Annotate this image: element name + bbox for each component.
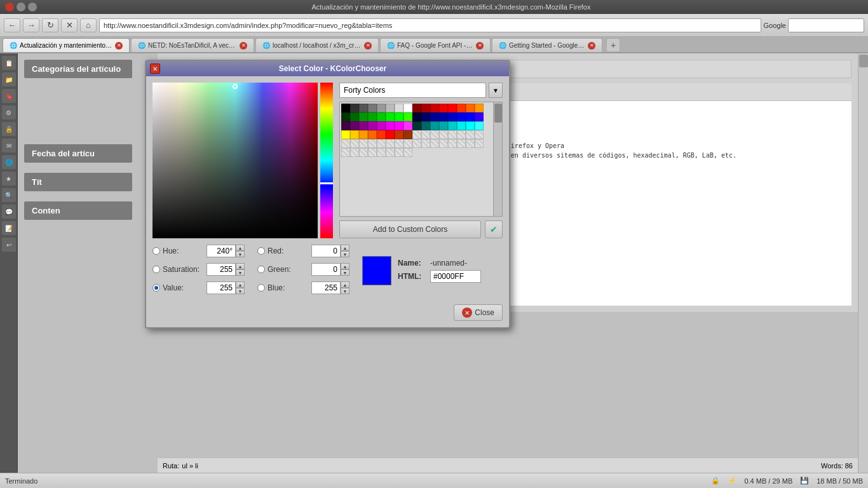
color-set-select[interactable]: Forty Colors Named Colors Web Colors Cus…	[339, 83, 486, 98]
swatch-empty[interactable]	[341, 148, 350, 157]
swatch-item[interactable]	[430, 112, 439, 121]
swatch-item[interactable]	[359, 104, 368, 112]
swatch-item[interactable]	[359, 130, 368, 139]
swatch-empty[interactable]	[386, 148, 395, 157]
titlebar-close[interactable]	[5, 3, 14, 11]
swatch-item[interactable]	[430, 121, 439, 130]
swatch-item[interactable]	[386, 130, 395, 139]
swatch-item[interactable]	[412, 104, 421, 112]
swatch-item[interactable]	[412, 121, 421, 130]
swatch-empty[interactable]	[377, 148, 386, 157]
swatch-empty[interactable]	[403, 139, 412, 148]
add-custom-button[interactable]: Add to Custom Colors	[339, 220, 481, 238]
swatch-item[interactable]	[457, 104, 466, 112]
swatch-item[interactable]	[403, 130, 412, 139]
blue-radio[interactable]	[257, 284, 265, 292]
swatches-scrollbar-thumb[interactable]	[494, 104, 502, 123]
value-radio[interactable]	[153, 284, 160, 292]
swatch-item[interactable]	[448, 104, 457, 112]
swatch-empty[interactable]	[377, 139, 386, 148]
swatch-item[interactable]	[448, 112, 457, 121]
back-button[interactable]: ←	[4, 18, 20, 32]
swatch-item[interactable]	[368, 121, 377, 130]
tab-2[interactable]: 🌐 NETD: NoEsTanDificil, A veces ocurre..…	[131, 38, 254, 52]
page-scrollbar[interactable]	[858, 53, 868, 473]
swatch-item[interactable]	[403, 121, 412, 130]
tab-3-close[interactable]: ✕	[364, 42, 372, 50]
swatch-item[interactable]	[341, 104, 350, 112]
swatch-item[interactable]	[412, 112, 421, 121]
swatch-item[interactable]	[386, 104, 395, 112]
swatch-empty[interactable]	[430, 130, 439, 139]
swatch-empty[interactable]	[466, 130, 475, 139]
swatch-empty[interactable]	[341, 139, 350, 148]
swatch-empty[interactable]	[457, 139, 466, 148]
swatch-empty[interactable]	[359, 139, 368, 148]
swatch-empty[interactable]	[448, 130, 457, 139]
swatch-empty[interactable]	[475, 139, 484, 148]
swatch-item[interactable]	[403, 112, 412, 121]
swatch-empty[interactable]	[421, 139, 430, 148]
sidebar-icon-10[interactable]: 💬	[2, 205, 16, 219]
hue-radio[interactable]	[153, 247, 160, 255]
swatch-empty[interactable]	[386, 139, 395, 148]
swatch-item[interactable]	[350, 121, 359, 130]
swatch-empty[interactable]	[466, 139, 475, 148]
swatch-item[interactable]	[475, 121, 484, 130]
new-tab-button[interactable]: +	[606, 38, 620, 52]
tab-5[interactable]: 🌐 Getting Started - Google Font API - G.…	[492, 38, 602, 52]
swatch-item[interactable]	[466, 112, 475, 121]
sidebar-icon-9[interactable]: 🔍	[2, 188, 16, 202]
swatch-item[interactable]	[439, 104, 448, 112]
swatch-item[interactable]	[457, 121, 466, 130]
tab-3[interactable]: 🌐 localhost / localhost / x3m_cristodela…	[255, 38, 379, 52]
swatch-empty[interactable]	[368, 139, 377, 148]
tab-5-close[interactable]: ✕	[588, 42, 595, 50]
google-search-input[interactable]	[788, 18, 864, 32]
sidebar-icon-11[interactable]: 📝	[2, 221, 16, 235]
swatch-item[interactable]	[466, 104, 475, 112]
swatch-item[interactable]	[359, 121, 368, 130]
swatch-item[interactable]	[368, 112, 377, 121]
dropdown-arrow[interactable]: ▼	[489, 83, 503, 98]
saturation-input[interactable]	[207, 263, 236, 276]
swatch-item[interactable]	[475, 104, 484, 112]
reload-button[interactable]: ↻	[42, 18, 58, 32]
swatch-item[interactable]	[457, 112, 466, 121]
tab-2-close[interactable]: ✕	[240, 42, 247, 50]
tab-4[interactable]: 🌐 FAQ - Google Font API - Google Code ✕	[380, 38, 491, 52]
value-spinbox[interactable]: ▲ ▼	[207, 281, 245, 294]
swatch-item[interactable]	[395, 121, 403, 130]
html-input[interactable]	[430, 270, 481, 283]
swatch-item[interactable]	[377, 130, 386, 139]
swatch-item[interactable]	[386, 112, 395, 121]
swatch-item[interactable]	[377, 104, 386, 112]
tab-1-close[interactable]: ✕	[115, 42, 123, 50]
value-up[interactable]: ▲	[236, 281, 245, 288]
green-spinbox[interactable]: ▲ ▼	[311, 263, 349, 276]
swatch-empty[interactable]	[475, 130, 484, 139]
gradient-canvas[interactable]	[153, 83, 318, 238]
kcolor-dialog[interactable]: ✕ Select Color - KColorChooser	[145, 60, 510, 329]
swatch-item[interactable]	[350, 104, 359, 112]
swatch-empty[interactable]	[395, 139, 403, 148]
titlebar-max[interactable]	[28, 3, 37, 11]
swatch-empty[interactable]	[395, 148, 403, 157]
titlebar-min[interactable]	[17, 3, 25, 11]
checkmark-button[interactable]: ✔	[485, 220, 503, 238]
swatch-empty[interactable]	[350, 148, 359, 157]
red-radio[interactable]	[257, 247, 265, 255]
red-spinbox[interactable]: ▲ ▼	[311, 245, 349, 257]
sidebar-icon-3[interactable]: 🔖	[2, 89, 16, 103]
hue-slider-container[interactable]	[320, 83, 333, 238]
swatch-item[interactable]	[439, 112, 448, 121]
swatch-item[interactable]	[341, 112, 350, 121]
hue-input[interactable]	[207, 245, 236, 257]
red-down[interactable]: ▼	[341, 251, 349, 257]
sidebar-icon-6[interactable]: ✉	[2, 139, 16, 152]
color-gradient[interactable]	[153, 83, 318, 238]
blue-spinbox[interactable]: ▲ ▼	[311, 281, 349, 294]
swatch-item[interactable]	[430, 104, 439, 112]
address-bar[interactable]	[99, 18, 761, 32]
swatches-scrollbar[interactable]	[493, 102, 502, 216]
